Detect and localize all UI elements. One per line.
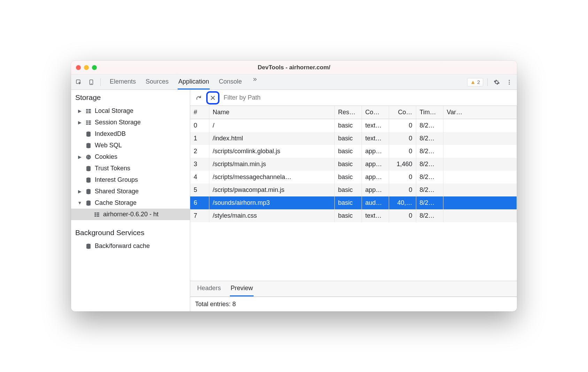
sidebar-item-label: Session Storage: [95, 119, 141, 126]
svg-point-20: [86, 155, 91, 160]
svg-point-24: [87, 157, 88, 158]
warning-count: 2: [477, 79, 480, 85]
expand-arrow-icon: ▶: [77, 189, 82, 194]
separator: [100, 78, 101, 86]
svg-rect-12: [86, 121, 88, 122]
table-cell: [443, 158, 517, 171]
detail-tab-headers[interactable]: Headers: [196, 281, 222, 296]
db-icon: [85, 200, 92, 206]
table-cell: basic: [334, 158, 362, 171]
table-cell: [443, 145, 517, 158]
svg-rect-15: [88, 121, 91, 122]
table-cell: 8/2…: [416, 209, 443, 222]
table-cell: 8/2…: [416, 171, 443, 184]
tab-elements[interactable]: Elements: [109, 75, 137, 90]
svg-rect-33: [97, 214, 99, 215]
table-cell: [443, 209, 517, 222]
svg-point-23: [89, 157, 90, 158]
clear-icon[interactable]: [208, 93, 218, 103]
filter-input[interactable]: [222, 92, 514, 103]
warnings-badge[interactable]: ▲ 2: [467, 78, 483, 86]
table-cell: [443, 196, 517, 209]
grid-icon: [93, 211, 100, 218]
table-cell: 7: [190, 209, 209, 222]
table-cell: 8/2…: [416, 158, 443, 171]
table-cell: 8/2…: [416, 132, 443, 145]
column-header[interactable]: Res…: [334, 106, 362, 119]
cache-entry[interactable]: airhorner-0.6.20 - ht: [71, 209, 190, 220]
panel-tabs: Elements Sources Application Console »: [109, 75, 259, 90]
table-cell: [443, 184, 517, 196]
table-cell: /sounds/airhorn.mp3: [209, 196, 334, 209]
table-row[interactable]: 7/styles/main.cssbasictext…08/2…: [190, 209, 517, 222]
refresh-icon[interactable]: [193, 92, 204, 103]
table-cell: /index.html: [209, 132, 334, 145]
separator: [487, 78, 488, 86]
sidebar-item-back-forward-cache[interactable]: Back/forward cache: [71, 240, 190, 252]
svg-rect-14: [86, 124, 88, 125]
sidebar-item-label: Cache Storage: [95, 199, 137, 207]
more-tabs-button[interactable]: »: [251, 75, 259, 90]
svg-point-4: [509, 82, 510, 83]
table-cell: basic: [334, 145, 362, 158]
table-row[interactable]: 3/scripts/main.min.jsbasicapp…1,4608/2…: [190, 158, 517, 171]
svg-rect-29: [94, 212, 96, 214]
table-row[interactable]: 5/scripts/pwacompat.min.jsbasicapp…08/2…: [190, 184, 517, 196]
column-header[interactable]: Var…: [443, 106, 517, 119]
column-header[interactable]: Co…: [362, 106, 389, 119]
sidebar-item-label: IndexedDB: [95, 130, 126, 138]
sidebar-item-shared-storage[interactable]: ▶Shared Storage: [71, 186, 190, 197]
table-cell: /scripts/comlink.global.js: [209, 145, 334, 158]
grid-icon: [85, 119, 92, 126]
table-cell: [443, 171, 517, 184]
table-cell: /scripts/main.min.js: [209, 158, 334, 171]
table-cell: /styles/main.css: [209, 209, 334, 222]
detail-tab-preview[interactable]: Preview: [230, 281, 254, 296]
inspect-element-icon[interactable]: [74, 77, 84, 87]
svg-rect-6: [86, 109, 88, 110]
table-row[interactable]: 1/index.htmlbasictext…08/2…: [190, 132, 517, 145]
table-cell: 6: [190, 196, 209, 209]
table-row[interactable]: 6/sounds/airhorn.mp3basicaud…40,…8/2…: [190, 196, 517, 209]
tab-sources[interactable]: Sources: [145, 75, 169, 90]
column-header[interactable]: Tim…: [416, 106, 443, 119]
sidebar-item-cache-storage[interactable]: ▼Cache Storage: [71, 197, 190, 209]
db-icon: [85, 131, 92, 137]
sidebar-item-local-storage[interactable]: ▶Local Storage: [71, 105, 190, 117]
table-row[interactable]: 0/basictext…08/2…: [190, 119, 517, 132]
column-header[interactable]: #: [190, 106, 209, 119]
tab-application[interactable]: Application: [178, 75, 210, 90]
detail-tabs: Headers Preview: [190, 281, 517, 297]
column-header[interactable]: Co…: [389, 106, 416, 119]
sidebar-item-interest-groups[interactable]: Interest Groups: [71, 174, 190, 186]
table-row[interactable]: 4/scripts/messagechannela…basicapp…08/2…: [190, 171, 517, 184]
table-cell: 0: [389, 119, 416, 132]
sidebar-item-web-sql[interactable]: Web SQL: [71, 140, 190, 151]
sidebar-item-session-storage[interactable]: ▶Session Storage: [71, 117, 190, 128]
table-cell: 0: [389, 145, 416, 158]
grid-icon: [85, 108, 92, 114]
table-cell: aud…: [362, 196, 389, 209]
settings-icon[interactable]: [492, 77, 502, 87]
tab-console[interactable]: Console: [218, 75, 242, 90]
table-cell: basic: [334, 119, 362, 132]
table-cell: basic: [334, 132, 362, 145]
table-cell: basic: [334, 171, 362, 184]
sidebar-item-trust-tokens[interactable]: Trust Tokens: [71, 163, 190, 174]
sidebar-item-indexeddb[interactable]: IndexedDB: [71, 128, 190, 140]
column-header[interactable]: Name: [209, 106, 334, 119]
clear-highlight: [206, 91, 219, 104]
svg-rect-13: [86, 122, 88, 123]
device-toggle-icon[interactable]: [86, 77, 96, 87]
cache-table[interactable]: #NameRes…Co…Co…Tim…Var… 0/basictext…08/2…: [190, 106, 517, 281]
table-cell: 8/2…: [416, 196, 443, 209]
table-cell: 0: [190, 119, 209, 132]
warning-icon: ▲: [470, 79, 476, 85]
table-cell: 40,…: [389, 196, 416, 209]
sidebar-item-cookies[interactable]: ▶Cookies: [71, 151, 190, 163]
kebab-menu-icon[interactable]: [504, 77, 514, 87]
table-cell: app…: [362, 184, 389, 196]
table-row[interactable]: 2/scripts/comlink.global.jsbasicapp…08/2…: [190, 145, 517, 158]
table-cell: /scripts/pwacompat.min.js: [209, 184, 334, 196]
table-cell: 4: [190, 171, 209, 184]
